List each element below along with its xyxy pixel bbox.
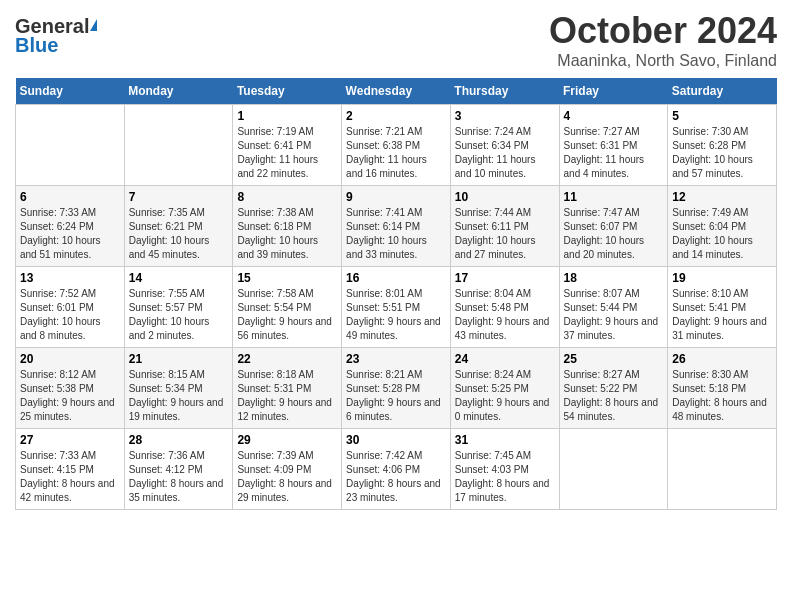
logo-blue: Blue bbox=[15, 34, 58, 57]
day-number: 26 bbox=[672, 352, 772, 366]
table-row: 21Sunrise: 8:15 AMSunset: 5:34 PMDayligh… bbox=[124, 348, 233, 429]
table-row: 10Sunrise: 7:44 AMSunset: 6:11 PMDayligh… bbox=[450, 186, 559, 267]
day-detail: Sunrise: 7:30 AMSunset: 6:28 PMDaylight:… bbox=[672, 125, 772, 181]
table-row: 15Sunrise: 7:58 AMSunset: 5:54 PMDayligh… bbox=[233, 267, 342, 348]
table-row: 9Sunrise: 7:41 AMSunset: 6:14 PMDaylight… bbox=[342, 186, 451, 267]
header-thursday: Thursday bbox=[450, 78, 559, 105]
day-detail: Sunrise: 7:55 AMSunset: 5:57 PMDaylight:… bbox=[129, 287, 229, 343]
day-number: 5 bbox=[672, 109, 772, 123]
day-detail: Sunrise: 8:01 AMSunset: 5:51 PMDaylight:… bbox=[346, 287, 446, 343]
calendar-week-row: 13Sunrise: 7:52 AMSunset: 6:01 PMDayligh… bbox=[16, 267, 777, 348]
table-row: 22Sunrise: 8:18 AMSunset: 5:31 PMDayligh… bbox=[233, 348, 342, 429]
day-number: 13 bbox=[20, 271, 120, 285]
day-number: 31 bbox=[455, 433, 555, 447]
title-section: October 2024 Maaninka, North Savo, Finla… bbox=[549, 10, 777, 70]
day-detail: Sunrise: 7:45 AMSunset: 4:03 PMDaylight:… bbox=[455, 449, 555, 505]
logo: General Blue bbox=[15, 15, 97, 57]
calendar-week-row: 27Sunrise: 7:33 AMSunset: 4:15 PMDayligh… bbox=[16, 429, 777, 510]
table-row: 13Sunrise: 7:52 AMSunset: 6:01 PMDayligh… bbox=[16, 267, 125, 348]
day-number: 9 bbox=[346, 190, 446, 204]
day-detail: Sunrise: 7:24 AMSunset: 6:34 PMDaylight:… bbox=[455, 125, 555, 181]
table-row bbox=[124, 105, 233, 186]
day-detail: Sunrise: 8:30 AMSunset: 5:18 PMDaylight:… bbox=[672, 368, 772, 424]
day-number: 16 bbox=[346, 271, 446, 285]
day-detail: Sunrise: 7:36 AMSunset: 4:12 PMDaylight:… bbox=[129, 449, 229, 505]
day-detail: Sunrise: 7:33 AMSunset: 4:15 PMDaylight:… bbox=[20, 449, 120, 505]
day-number: 12 bbox=[672, 190, 772, 204]
day-number: 14 bbox=[129, 271, 229, 285]
day-number: 21 bbox=[129, 352, 229, 366]
day-detail: Sunrise: 7:47 AMSunset: 6:07 PMDaylight:… bbox=[564, 206, 664, 262]
day-detail: Sunrise: 7:21 AMSunset: 6:38 PMDaylight:… bbox=[346, 125, 446, 181]
day-detail: Sunrise: 8:24 AMSunset: 5:25 PMDaylight:… bbox=[455, 368, 555, 424]
table-row: 29Sunrise: 7:39 AMSunset: 4:09 PMDayligh… bbox=[233, 429, 342, 510]
table-row: 30Sunrise: 7:42 AMSunset: 4:06 PMDayligh… bbox=[342, 429, 451, 510]
day-number: 29 bbox=[237, 433, 337, 447]
day-detail: Sunrise: 7:33 AMSunset: 6:24 PMDaylight:… bbox=[20, 206, 120, 262]
day-number: 2 bbox=[346, 109, 446, 123]
day-number: 1 bbox=[237, 109, 337, 123]
table-row: 18Sunrise: 8:07 AMSunset: 5:44 PMDayligh… bbox=[559, 267, 668, 348]
table-row: 1Sunrise: 7:19 AMSunset: 6:41 PMDaylight… bbox=[233, 105, 342, 186]
table-row bbox=[16, 105, 125, 186]
day-number: 4 bbox=[564, 109, 664, 123]
day-number: 17 bbox=[455, 271, 555, 285]
calendar-week-row: 20Sunrise: 8:12 AMSunset: 5:38 PMDayligh… bbox=[16, 348, 777, 429]
day-number: 28 bbox=[129, 433, 229, 447]
month-title: October 2024 bbox=[549, 10, 777, 52]
header-tuesday: Tuesday bbox=[233, 78, 342, 105]
table-row: 31Sunrise: 7:45 AMSunset: 4:03 PMDayligh… bbox=[450, 429, 559, 510]
day-number: 24 bbox=[455, 352, 555, 366]
table-row: 16Sunrise: 8:01 AMSunset: 5:51 PMDayligh… bbox=[342, 267, 451, 348]
table-row: 25Sunrise: 8:27 AMSunset: 5:22 PMDayligh… bbox=[559, 348, 668, 429]
table-row: 6Sunrise: 7:33 AMSunset: 6:24 PMDaylight… bbox=[16, 186, 125, 267]
day-detail: Sunrise: 7:38 AMSunset: 6:18 PMDaylight:… bbox=[237, 206, 337, 262]
day-detail: Sunrise: 7:19 AMSunset: 6:41 PMDaylight:… bbox=[237, 125, 337, 181]
day-detail: Sunrise: 7:42 AMSunset: 4:06 PMDaylight:… bbox=[346, 449, 446, 505]
calendar-week-row: 6Sunrise: 7:33 AMSunset: 6:24 PMDaylight… bbox=[16, 186, 777, 267]
logo-icon bbox=[90, 19, 97, 31]
day-number: 19 bbox=[672, 271, 772, 285]
day-number: 20 bbox=[20, 352, 120, 366]
table-row: 24Sunrise: 8:24 AMSunset: 5:25 PMDayligh… bbox=[450, 348, 559, 429]
table-row: 19Sunrise: 8:10 AMSunset: 5:41 PMDayligh… bbox=[668, 267, 777, 348]
day-detail: Sunrise: 7:39 AMSunset: 4:09 PMDaylight:… bbox=[237, 449, 337, 505]
header-friday: Friday bbox=[559, 78, 668, 105]
day-number: 11 bbox=[564, 190, 664, 204]
day-detail: Sunrise: 7:27 AMSunset: 6:31 PMDaylight:… bbox=[564, 125, 664, 181]
day-detail: Sunrise: 8:12 AMSunset: 5:38 PMDaylight:… bbox=[20, 368, 120, 424]
table-row: 14Sunrise: 7:55 AMSunset: 5:57 PMDayligh… bbox=[124, 267, 233, 348]
table-row: 17Sunrise: 8:04 AMSunset: 5:48 PMDayligh… bbox=[450, 267, 559, 348]
table-row: 28Sunrise: 7:36 AMSunset: 4:12 PMDayligh… bbox=[124, 429, 233, 510]
table-row: 3Sunrise: 7:24 AMSunset: 6:34 PMDaylight… bbox=[450, 105, 559, 186]
table-row: 23Sunrise: 8:21 AMSunset: 5:28 PMDayligh… bbox=[342, 348, 451, 429]
day-detail: Sunrise: 8:18 AMSunset: 5:31 PMDaylight:… bbox=[237, 368, 337, 424]
table-row: 11Sunrise: 7:47 AMSunset: 6:07 PMDayligh… bbox=[559, 186, 668, 267]
day-detail: Sunrise: 7:35 AMSunset: 6:21 PMDaylight:… bbox=[129, 206, 229, 262]
day-number: 25 bbox=[564, 352, 664, 366]
day-detail: Sunrise: 8:04 AMSunset: 5:48 PMDaylight:… bbox=[455, 287, 555, 343]
table-row: 20Sunrise: 8:12 AMSunset: 5:38 PMDayligh… bbox=[16, 348, 125, 429]
header-wednesday: Wednesday bbox=[342, 78, 451, 105]
day-detail: Sunrise: 7:49 AMSunset: 6:04 PMDaylight:… bbox=[672, 206, 772, 262]
location-title: Maaninka, North Savo, Finland bbox=[549, 52, 777, 70]
day-number: 30 bbox=[346, 433, 446, 447]
day-detail: Sunrise: 8:15 AMSunset: 5:34 PMDaylight:… bbox=[129, 368, 229, 424]
day-number: 8 bbox=[237, 190, 337, 204]
day-detail: Sunrise: 7:44 AMSunset: 6:11 PMDaylight:… bbox=[455, 206, 555, 262]
table-row bbox=[559, 429, 668, 510]
day-detail: Sunrise: 7:52 AMSunset: 6:01 PMDaylight:… bbox=[20, 287, 120, 343]
table-row: 26Sunrise: 8:30 AMSunset: 5:18 PMDayligh… bbox=[668, 348, 777, 429]
day-detail: Sunrise: 8:10 AMSunset: 5:41 PMDaylight:… bbox=[672, 287, 772, 343]
calendar-week-row: 1Sunrise: 7:19 AMSunset: 6:41 PMDaylight… bbox=[16, 105, 777, 186]
day-number: 18 bbox=[564, 271, 664, 285]
header-sunday: Sunday bbox=[16, 78, 125, 105]
table-row: 12Sunrise: 7:49 AMSunset: 6:04 PMDayligh… bbox=[668, 186, 777, 267]
day-detail: Sunrise: 7:58 AMSunset: 5:54 PMDaylight:… bbox=[237, 287, 337, 343]
day-detail: Sunrise: 8:27 AMSunset: 5:22 PMDaylight:… bbox=[564, 368, 664, 424]
day-number: 15 bbox=[237, 271, 337, 285]
day-detail: Sunrise: 7:41 AMSunset: 6:14 PMDaylight:… bbox=[346, 206, 446, 262]
day-number: 7 bbox=[129, 190, 229, 204]
day-detail: Sunrise: 8:07 AMSunset: 5:44 PMDaylight:… bbox=[564, 287, 664, 343]
day-number: 22 bbox=[237, 352, 337, 366]
